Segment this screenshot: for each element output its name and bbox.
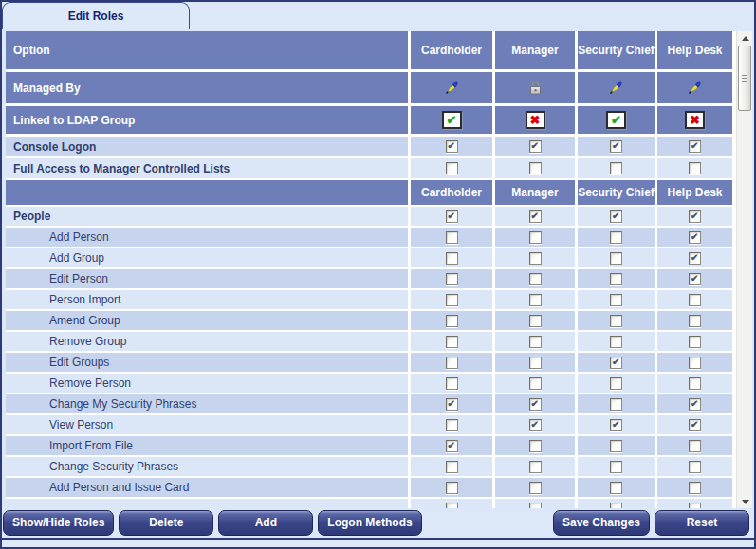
checkbox-edit-groups-security-chief[interactable] (610, 357, 622, 369)
quill-icon[interactable] (688, 81, 702, 95)
scrollbar-down-button[interactable] (737, 495, 752, 508)
checkbox-full-access-to-manager-controlled-lists-manager[interactable] (529, 162, 542, 174)
checkbox-import-from-file-security-chief[interactable] (610, 440, 622, 452)
scrollbar-up-button[interactable] (737, 31, 752, 45)
checkbox-remove-group-help-desk[interactable] (689, 336, 701, 348)
checkbox-people-help-desk[interactable] (689, 210, 701, 223)
checkbox-amend-group-security-chief[interactable] (610, 315, 622, 327)
checkbox-remove-group-security-chief[interactable] (610, 336, 622, 348)
checkbox-change-security-phrases-help-desk[interactable] (689, 461, 701, 473)
row-label-cell: Add Group (6, 248, 408, 267)
check-cell-security-chief (578, 394, 655, 413)
checkbox-change-security-phrases-manager[interactable] (529, 461, 542, 473)
checkbox-person-import-manager[interactable] (529, 294, 542, 306)
button-reset[interactable]: Reset (655, 510, 749, 536)
ldap-check-icon-security-chief[interactable]: ✔ (606, 111, 626, 129)
checkbox-edit-groups-cardholder[interactable] (446, 357, 458, 369)
quill-icon[interactable] (445, 81, 459, 95)
checkbox-console-logon-security-chief[interactable] (610, 140, 622, 153)
button-delete[interactable]: Delete (119, 510, 213, 536)
vertical-scrollbar[interactable] (736, 31, 752, 508)
checkbox-full-access-to-manager-controlled-lists-security-chief[interactable] (610, 162, 622, 174)
checkbox-import-from-file-manager[interactable] (529, 440, 542, 452)
padlock-icon[interactable] (529, 81, 542, 95)
checkbox-add-person-cardholder[interactable] (446, 231, 458, 244)
ldap-cross-icon-help-desk[interactable]: ✖ (685, 111, 705, 129)
ldap-check-icon-cardholder[interactable]: ✔ (442, 111, 462, 129)
row-label-cell: Add Person and Issue Card (6, 478, 408, 497)
button-add[interactable]: Add (218, 510, 313, 536)
checkbox-import-from-file-help-desk[interactable] (689, 440, 701, 452)
check-cell-cardholder (411, 394, 492, 413)
checkbox-remove-person-cardholder[interactable] (446, 377, 458, 390)
checkbox-change-my-security-phrases-help-desk[interactable] (689, 398, 701, 411)
ldap-cross-icon-manager[interactable]: ✖ (526, 111, 545, 129)
checkbox-change-my-security-phrases-security-chief[interactable] (610, 398, 622, 411)
checkbox-console-logon-manager[interactable] (529, 140, 542, 153)
button-show-hide-roles[interactable]: Show/Hide Roles (3, 510, 114, 536)
checkbox-remove-group-manager[interactable] (529, 336, 542, 348)
checkbox-remove-person-help-desk[interactable] (689, 377, 701, 390)
checkbox-view-person-security-chief[interactable] (610, 419, 622, 431)
quill-icon[interactable] (609, 81, 623, 95)
checkbox-security-chief[interactable] (610, 503, 622, 509)
check-cell-help-desk (657, 137, 732, 156)
checkbox-people-manager[interactable] (529, 210, 542, 223)
checkbox-person-import-cardholder[interactable] (446, 294, 458, 306)
checkbox-edit-person-manager[interactable] (529, 273, 542, 285)
managed-by-label-cell: Managed By (6, 72, 408, 103)
check-cell-manager (495, 415, 575, 434)
checkbox-add-person-manager[interactable] (529, 231, 542, 244)
checkbox-add-person-help-desk[interactable] (689, 231, 701, 244)
checkbox-add-group-manager[interactable] (529, 252, 542, 265)
checkbox-console-logon-cardholder[interactable] (446, 140, 458, 153)
checkbox-add-person-and-issue-card-security-chief[interactable] (610, 482, 622, 494)
checkbox-person-import-security-chief[interactable] (610, 294, 622, 306)
checkbox-amend-group-cardholder[interactable] (446, 315, 458, 327)
ldap-cell-cardholder: ✔ (411, 106, 492, 134)
checkbox-view-person-help-desk[interactable] (689, 419, 701, 431)
checkbox-add-person-and-issue-card-cardholder[interactable] (446, 482, 458, 494)
checkbox-change-security-phrases-security-chief[interactable] (610, 461, 622, 473)
checkbox-full-access-to-manager-controlled-lists-help-desk[interactable] (689, 162, 701, 174)
checkbox-full-access-to-manager-controlled-lists-cardholder[interactable] (446, 162, 458, 174)
check-cell-security-chief (578, 457, 655, 476)
checkbox-remove-group-cardholder[interactable] (446, 336, 458, 348)
checkbox-amend-group-manager[interactable] (529, 315, 542, 327)
checkbox-people-cardholder[interactable] (446, 210, 458, 223)
checkbox-console-logon-help-desk[interactable] (689, 140, 701, 153)
checkbox-remove-person-manager[interactable] (529, 377, 542, 390)
check-cell-help-desk (657, 332, 732, 351)
permission-row-add-group: Add Group (6, 248, 732, 267)
checkbox-help-desk[interactable] (689, 503, 701, 509)
checkbox-add-person-and-issue-card-help-desk[interactable] (689, 482, 701, 494)
check-cell-cardholder (411, 248, 492, 267)
checkbox-add-group-help-desk[interactable] (689, 252, 701, 265)
button-save-changes[interactable]: Save Changes (553, 510, 650, 536)
checkbox-change-security-phrases-cardholder[interactable] (446, 461, 458, 473)
button-logon-methods[interactable]: Logon Methods (318, 510, 421, 536)
checkbox-view-person-manager[interactable] (529, 419, 542, 431)
tab-edit-roles[interactable]: Edit Roles (2, 2, 190, 29)
checkbox-amend-group-help-desk[interactable] (689, 315, 701, 327)
checkbox-remove-person-security-chief[interactable] (610, 377, 622, 390)
checkbox-edit-person-help-desk[interactable] (689, 273, 701, 285)
checkbox-change-my-security-phrases-manager[interactable] (529, 398, 542, 411)
checkbox-change-my-security-phrases-cardholder[interactable] (446, 398, 458, 411)
checkbox-import-from-file-cardholder[interactable] (446, 440, 458, 452)
checkbox-view-person-cardholder[interactable] (446, 419, 458, 431)
row-label-cell: Remove Person (6, 374, 408, 393)
scrollbar-thumb[interactable] (738, 46, 751, 111)
checkbox-edit-person-cardholder[interactable] (446, 273, 458, 285)
checkbox-add-group-security-chief[interactable] (610, 252, 622, 265)
checkbox-edit-groups-manager[interactable] (529, 357, 542, 369)
checkbox-add-person-security-chief[interactable] (610, 231, 622, 244)
checkbox-add-person-and-issue-card-manager[interactable] (529, 482, 542, 494)
checkbox-person-import-help-desk[interactable] (689, 294, 701, 306)
checkbox-people-security-chief[interactable] (610, 210, 622, 223)
checkbox-edit-groups-help-desk[interactable] (689, 357, 701, 369)
checkbox-add-group-cardholder[interactable] (446, 252, 458, 265)
checkbox-cardholder[interactable] (446, 503, 458, 509)
checkbox-edit-person-security-chief[interactable] (610, 273, 622, 285)
checkbox-manager[interactable] (529, 503, 542, 509)
